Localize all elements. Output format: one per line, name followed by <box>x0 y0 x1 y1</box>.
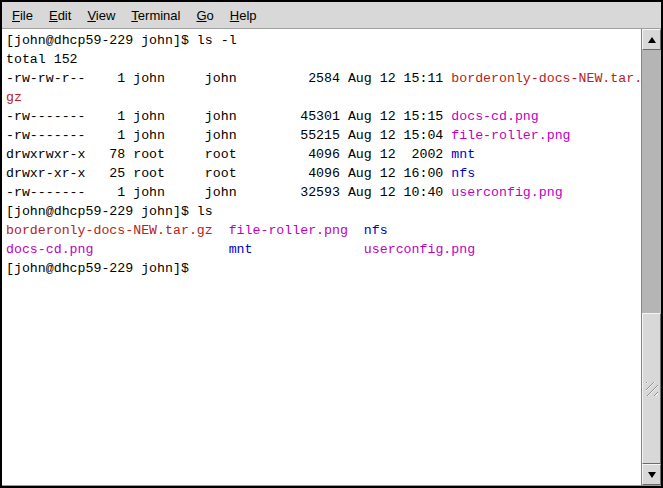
menu-edit-label-rest: dit <box>58 8 72 23</box>
terminal-text: drwxrwxr-x 78 root root 4096 Aug 12 2002 <box>6 147 451 162</box>
menu-terminal[interactable]: Terminal <box>131 8 180 23</box>
file-name: borderonly-docs-NEW.tar.gz <box>6 223 213 238</box>
menu-edit[interactable]: Edit <box>49 8 71 23</box>
menu-view[interactable]: View <box>87 8 115 23</box>
file-name: file-roller.png <box>451 128 570 143</box>
scroll-up-button[interactable] <box>642 29 661 50</box>
file-name: gz <box>6 90 22 105</box>
scrollbar <box>641 29 661 485</box>
menu-go[interactable]: Go <box>196 8 213 23</box>
terminal-line: -rw------- 1 john john 55215 Aug 12 15:0… <box>6 126 641 145</box>
terminal-line: total 152 <box>6 50 641 69</box>
menu-terminal-label-rest: erminal <box>138 8 181 23</box>
terminal-line: [john@dhcp59-229 john]$ ls <box>6 202 641 221</box>
menu-go-label-rest: o <box>207 8 214 23</box>
terminal-line: [john@dhcp59-229 john]$ <box>6 259 641 278</box>
down-arrow-icon <box>648 472 656 478</box>
scroll-down-button[interactable] <box>642 464 661 485</box>
terminal-line: drwxr-xr-x 25 root root 4096 Aug 12 16:0… <box>6 164 641 183</box>
file-name: file-roller.png <box>229 223 348 238</box>
terminal-text <box>213 223 229 238</box>
menu-file-label-rest: ile <box>20 8 33 23</box>
terminal-line: -rw------- 1 john john 32593 Aug 12 10:4… <box>6 183 641 202</box>
up-arrow-icon <box>648 37 656 43</box>
terminal-text: -rw------- 1 john john 55215 Aug 12 15:0… <box>6 128 451 143</box>
terminal-text: total 152 <box>6 52 78 67</box>
terminal-line: docs-cd.png mnt userconfig.png <box>6 240 641 259</box>
terminal-text: -rw------- 1 john john 32593 Aug 12 10:4… <box>6 185 451 200</box>
terminal-output[interactable]: [john@dhcp59-229 john]$ ls -ltotal 152-r… <box>2 29 641 485</box>
terminal-text: [john@dhcp59-229 john]$ ls -l <box>6 33 237 48</box>
terminal-line: borderonly-docs-NEW.tar.gz file-roller.p… <box>6 221 641 240</box>
menu-view-label: V <box>87 8 95 23</box>
terminal-line: gz <box>6 88 641 107</box>
terminal-text: -rw-rw-r-- 1 john john 2584 Aug 12 15:11 <box>6 71 451 86</box>
terminal-line: -rw------- 1 john john 45301 Aug 12 15:1… <box>6 107 641 126</box>
terminal-text <box>93 242 228 257</box>
file-name: nfs <box>364 223 388 238</box>
file-name: mnt <box>229 242 253 257</box>
file-name: docs-cd.png <box>451 109 538 124</box>
menu-file[interactable]: File <box>12 8 33 23</box>
file-name: mnt <box>451 147 475 162</box>
menu-go-label: G <box>196 8 206 23</box>
terminal-text: -rw------- 1 john john 45301 Aug 12 15:1… <box>6 109 451 124</box>
terminal-text <box>253 242 364 257</box>
terminal-text <box>348 223 364 238</box>
menu-help-label: H <box>230 8 239 23</box>
menu-view-label-rest: iew <box>96 8 116 23</box>
menu-help[interactable]: Help <box>230 8 257 23</box>
file-name: userconfig.png <box>451 185 562 200</box>
file-name: borderonly-docs-NEW.tar. <box>451 71 641 86</box>
scrollbar-trough[interactable] <box>642 50 661 464</box>
scrollbar-thumb[interactable] <box>642 313 661 464</box>
file-name: docs-cd.png <box>6 242 93 257</box>
menubar: File Edit View Terminal Go Help <box>2 2 661 29</box>
terminal-text: [john@dhcp59-229 john]$ <box>6 261 189 276</box>
terminal-line: drwxrwxr-x 78 root root 4096 Aug 12 2002… <box>6 145 641 164</box>
file-name: nfs <box>451 166 475 181</box>
terminal-line: -rw-rw-r-- 1 john john 2584 Aug 12 15:11… <box>6 69 641 88</box>
terminal-text: [john@dhcp59-229 john]$ ls <box>6 204 213 219</box>
menu-file-label: F <box>12 8 20 23</box>
file-name: userconfig.png <box>364 242 475 257</box>
terminal-window: File Edit View Terminal Go Help [john@dh… <box>0 0 663 488</box>
terminal-line: [john@dhcp59-229 john]$ ls -l <box>6 31 641 50</box>
terminal-content: [john@dhcp59-229 john]$ ls -ltotal 152-r… <box>2 29 661 486</box>
thumb-grip-icon <box>646 382 658 396</box>
menu-edit-label: E <box>49 8 58 23</box>
terminal-text: drwxr-xr-x 25 root root 4096 Aug 12 16:0… <box>6 166 451 181</box>
menu-help-label-rest: elp <box>239 8 256 23</box>
